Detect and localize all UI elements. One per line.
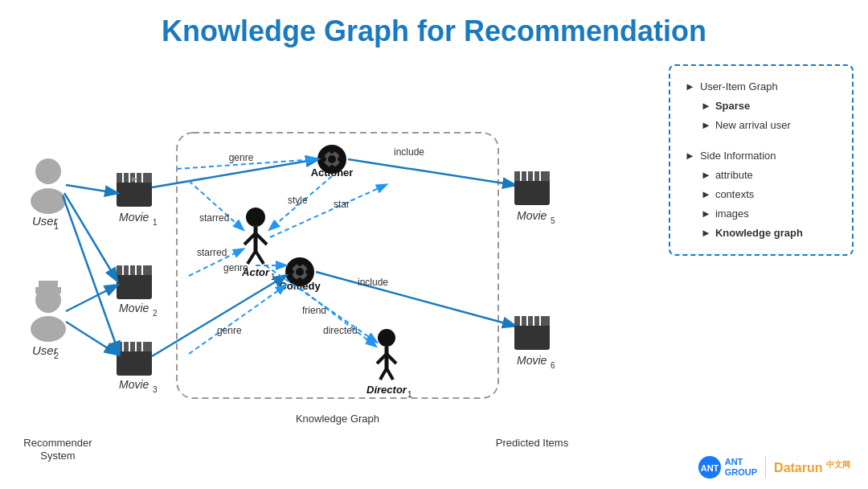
chevron-img-icon: ►: [701, 204, 711, 224]
chevron2-icon: ►: [685, 146, 695, 166]
svg-point-56: [378, 329, 395, 347]
svg-text:▶: ▶: [132, 175, 137, 183]
new-arrival-item: ► New arrival user: [701, 116, 837, 135]
section1-header: ► User-Item Graph: [685, 77, 837, 97]
svg-line-85: [270, 185, 386, 237]
sparse-item: ► Sparse: [701, 97, 837, 116]
chevron-attr-icon: ►: [701, 166, 711, 185]
svg-point-48: [305, 269, 310, 274]
svg-rect-28: [117, 342, 152, 351]
svg-text:Movie: Movie: [517, 209, 547, 222]
section1-items: ► Sparse ► New arrival user: [685, 97, 837, 135]
movie1-group: ▶: [117, 173, 152, 207]
svg-text:starred: starred: [199, 212, 229, 224]
svg-rect-101: [514, 316, 550, 326]
svg-rect-10: [117, 179, 152, 207]
svg-text:Predicted Items: Predicted Items: [496, 437, 569, 449]
svg-line-83: [189, 286, 285, 354]
page-container: Knowledge Graph for Recommendation User …: [0, 0, 868, 489]
page-title: Knowledge Graph for Recommendation: [0, 0, 868, 56]
svg-text:genre: genre: [229, 152, 254, 163]
kg-label-text: Knowledge graph: [715, 224, 803, 243]
svg-text:include: include: [394, 146, 424, 158]
svg-rect-100: [514, 323, 550, 350]
ant-group-text: ANT GROUP: [725, 457, 757, 478]
svg-line-63: [66, 185, 117, 193]
svg-point-47: [289, 269, 294, 274]
user1-group: User 1: [31, 158, 66, 231]
chevron-sparse-icon: ►: [701, 97, 711, 116]
svg-rect-27: [117, 348, 152, 376]
section2-items: ► attribute ► contexts ► images ► Knowle…: [685, 166, 837, 243]
movie3-group: [117, 342, 152, 376]
section2-title: Side Information: [700, 146, 776, 166]
user2-group: User 2: [31, 281, 66, 360]
darun-logo: Datarun 中文网: [774, 459, 850, 475]
svg-text:directed: directed: [323, 325, 358, 336]
svg-line-60: [380, 368, 387, 380]
director1-node: [377, 329, 396, 380]
new-arrival-label: New arrival user: [715, 116, 791, 135]
svg-text:3: 3: [153, 385, 158, 394]
svg-point-37: [328, 155, 336, 163]
svg-text:Movie: Movie: [517, 354, 547, 367]
svg-point-1: [31, 188, 66, 214]
svg-point-49: [246, 208, 265, 227]
svg-text:1: 1: [54, 221, 59, 231]
svg-text:System: System: [40, 450, 75, 462]
svg-text:style: style: [288, 195, 308, 206]
svg-text:ANT: ANT: [700, 463, 719, 473]
svg-text:2: 2: [153, 309, 158, 318]
svg-text:Movie: Movie: [119, 302, 149, 314]
attribute-item: ► attribute: [701, 166, 837, 185]
sparse-label: Sparse: [715, 97, 750, 116]
svg-rect-93: [514, 171, 550, 181]
svg-text:5: 5: [551, 216, 555, 225]
movie5-group: [514, 171, 550, 205]
contexts-label: contexts: [715, 185, 754, 204]
svg-point-45: [297, 261, 302, 266]
svg-point-44: [296, 268, 304, 276]
svg-line-53: [248, 251, 256, 264]
contexts-item: ► contexts: [701, 185, 837, 204]
movie2-group: [117, 265, 152, 299]
svg-text:Movie: Movie: [119, 378, 149, 391]
attribute-label: attribute: [715, 166, 753, 185]
svg-rect-92: [514, 178, 550, 205]
svg-line-68: [152, 159, 317, 187]
svg-point-0: [35, 158, 61, 184]
svg-line-66: [66, 286, 117, 311]
svg-line-90: [300, 288, 375, 346]
svg-text:genre: genre: [217, 325, 242, 336]
chevron-arrival-icon: ►: [701, 116, 711, 135]
svg-text:1: 1: [153, 218, 158, 227]
kg-label: Knowledge Graph: [296, 413, 379, 425]
chevron1-icon: ►: [685, 77, 695, 97]
separator-line: [765, 456, 766, 479]
chevron-kg-icon: ►: [701, 224, 711, 243]
svg-rect-6: [39, 281, 58, 289]
images-item: ► images: [701, 204, 837, 224]
svg-text:genre: genre: [223, 262, 248, 273]
info-box: ► User-Item Graph ► Sparse ► New arrival…: [669, 64, 854, 256]
chevron-ctx-icon: ►: [701, 185, 711, 204]
svg-text:star: star: [334, 199, 350, 210]
actor1-node: [244, 208, 267, 264]
svg-text:friend: friend: [302, 305, 326, 316]
svg-point-40: [321, 157, 326, 162]
svg-text:starred: starred: [197, 247, 227, 258]
section2-header: ► Side Information: [685, 146, 837, 166]
ant-icon: ANT: [698, 455, 722, 479]
svg-point-38: [330, 149, 334, 154]
svg-text:1: 1: [271, 273, 276, 281]
svg-point-7: [31, 316, 66, 342]
svg-text:include: include: [358, 277, 388, 288]
svg-text:2: 2: [54, 351, 59, 360]
kg-item: ► Knowledge graph: [701, 224, 837, 243]
svg-line-69: [152, 276, 285, 356]
svg-text:1: 1: [407, 390, 412, 399]
ant-group-logo: ANT ANT GROUP: [698, 455, 757, 479]
svg-rect-19: [117, 272, 152, 299]
svg-point-41: [338, 157, 342, 162]
svg-text:6: 6: [551, 361, 555, 370]
